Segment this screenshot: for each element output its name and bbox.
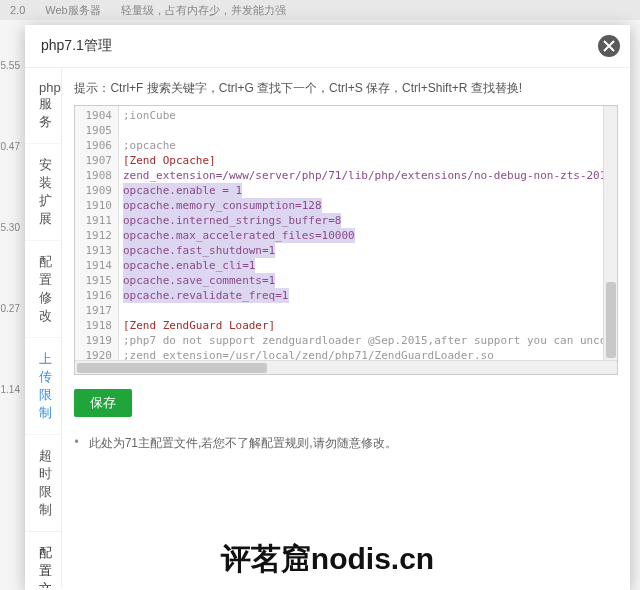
code-area[interactable]: ;ionCube;opcache[Zend Opcache]zend_exten… [119,106,617,374]
modal-title: php7.1管理 [25,25,630,68]
sidebar-item-1[interactable]: 安装扩展 [25,144,61,241]
bullet-icon: • [74,435,78,449]
horizontal-scrollbar[interactable] [75,360,617,374]
sidebar: php服务安装扩展配置修改上传限制超时限制配置文件禁用函数性能调整负载状态FPM… [25,68,62,588]
sidebar-item-0[interactable]: php服务 [25,68,61,144]
php-config-modal: php7.1管理 php服务安装扩展配置修改上传限制超时限制配置文件禁用函数性能… [25,25,630,590]
background-table-header: 2.0 Web服务器 轻量级，占有内存少，并发能力强 [0,0,640,20]
code-editor[interactable]: 1904190519061907190819091910191119121913… [74,105,618,375]
save-button[interactable]: 保存 [74,389,132,417]
config-note: • 此处为71主配置文件,若您不了解配置规则,请勿随意修改。 [74,435,618,452]
line-gutter: 1904190519061907190819091910191119121913… [75,106,119,374]
sidebar-item-2[interactable]: 配置修改 [25,241,61,338]
editor-hint: 提示：Ctrl+F 搜索关键字，Ctrl+G 查找下一个，Ctrl+S 保存，C… [74,80,618,97]
vertical-scrollbar[interactable] [603,106,617,360]
watermark: 评茗窟nodis.cn [25,539,630,580]
content-panel: 提示：Ctrl+F 搜索关键字，Ctrl+G 查找下一个，Ctrl+S 保存，C… [62,68,630,588]
close-icon[interactable] [596,33,622,59]
background-left-numbers: 5.550.475.300.271.14 [0,60,20,465]
sidebar-item-3[interactable]: 上传限制 [25,338,61,435]
sidebar-item-4[interactable]: 超时限制 [25,435,61,532]
